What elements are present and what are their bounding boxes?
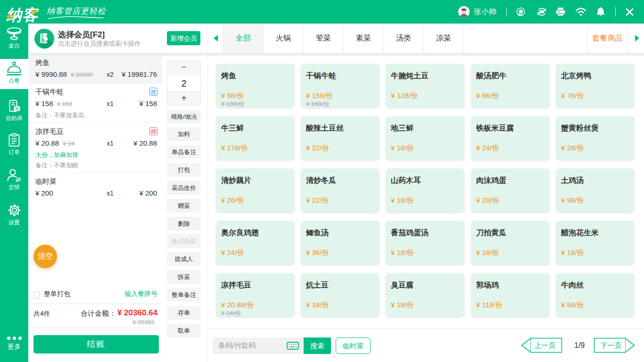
svg-text:下一页: 下一页	[601, 341, 622, 349]
svg-text:上一页: 上一页	[535, 341, 556, 349]
